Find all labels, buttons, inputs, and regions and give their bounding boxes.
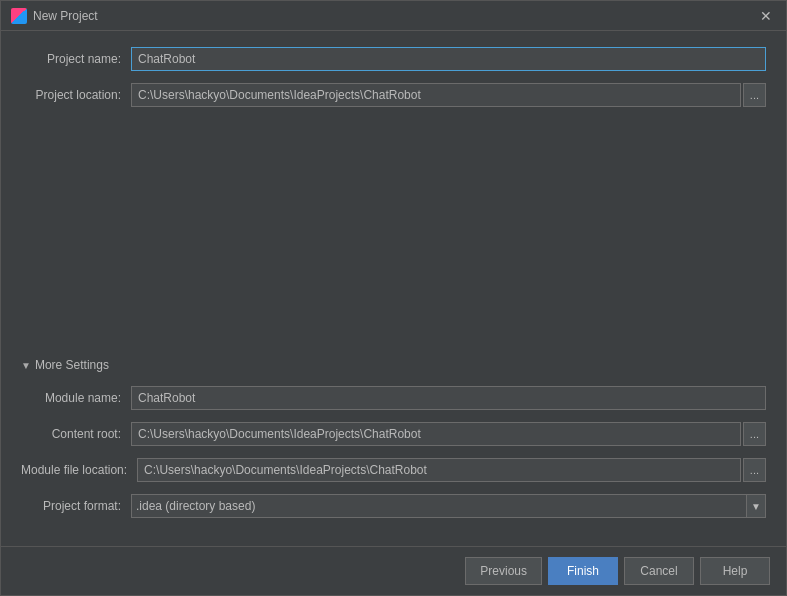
content-root-browse-button[interactable]: ... — [743, 422, 766, 446]
bottom-bar: Previous Finish Cancel Help — [1, 546, 786, 595]
module-name-label: Module name: — [21, 391, 131, 405]
project-name-input[interactable] — [131, 47, 766, 71]
dialog-content: Project name: Project location: ... ▼ Mo… — [1, 31, 786, 546]
new-project-dialog: New Project ✕ Project name: Project loca… — [0, 0, 787, 596]
project-name-label: Project name: — [21, 52, 131, 66]
more-settings-arrow: ▼ — [21, 360, 31, 371]
content-root-input-wrap: ... — [131, 422, 766, 446]
project-location-row: Project location: ... — [21, 83, 766, 107]
cancel-button[interactable]: Cancel — [624, 557, 694, 585]
content-root-input[interactable] — [131, 422, 741, 446]
project-location-input-wrap: ... — [131, 83, 766, 107]
module-file-row: Module file location: ... — [21, 458, 766, 482]
project-name-input-wrap — [131, 47, 766, 71]
app-icon — [11, 8, 27, 24]
project-format-dropdown-arrow: ▼ — [747, 494, 766, 518]
finish-button[interactable]: Finish — [548, 557, 618, 585]
more-settings-content: Module name: Content root: ... Module fi… — [21, 386, 766, 530]
close-button[interactable]: ✕ — [756, 6, 776, 26]
module-file-browse-button[interactable]: ... — [743, 458, 766, 482]
project-location-label: Project location: — [21, 88, 131, 102]
project-format-select-wrap: .idea (directory based) .ipr (file based… — [131, 494, 766, 518]
module-name-input[interactable] — [131, 386, 766, 410]
more-settings-label: More Settings — [35, 358, 109, 372]
help-button[interactable]: Help — [700, 557, 770, 585]
project-format-select[interactable]: .idea (directory based) .ipr (file based… — [131, 494, 747, 518]
project-location-input[interactable] — [131, 83, 741, 107]
module-name-row: Module name: — [21, 386, 766, 410]
content-root-label: Content root: — [21, 427, 131, 441]
module-file-input-wrap: ... — [137, 458, 766, 482]
title-bar: New Project ✕ — [1, 1, 786, 31]
project-name-row: Project name: — [21, 47, 766, 71]
module-file-label: Module file location: — [21, 463, 137, 477]
project-location-browse-button[interactable]: ... — [743, 83, 766, 107]
module-name-input-wrap — [131, 386, 766, 410]
dialog-title: New Project — [33, 9, 756, 23]
content-root-row: Content root: ... — [21, 422, 766, 446]
previous-button[interactable]: Previous — [465, 557, 542, 585]
module-file-input[interactable] — [137, 458, 741, 482]
project-format-label: Project format: — [21, 499, 131, 513]
more-settings-toggle[interactable]: ▼ More Settings — [21, 354, 766, 376]
project-format-row: Project format: .idea (directory based) … — [21, 494, 766, 518]
more-settings-section: ▼ More Settings Module name: Content roo… — [21, 354, 766, 530]
